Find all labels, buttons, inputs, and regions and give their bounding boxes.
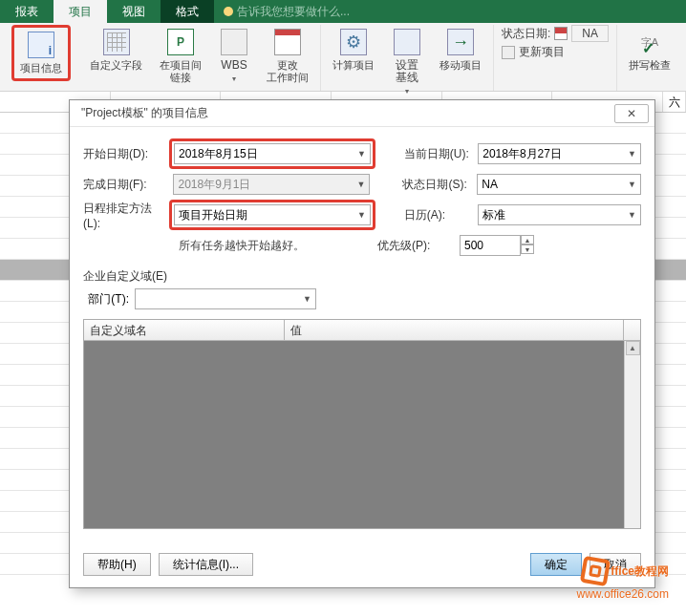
- calendar-small-icon: [554, 27, 568, 40]
- tell-me-placeholder: 告诉我您想要做什么...: [237, 4, 350, 20]
- spinner-up-icon: ▲: [521, 235, 534, 244]
- check-icon: [640, 40, 655, 55]
- column-header-sat[interactable]: 六: [663, 92, 686, 112]
- grid-header-name[interactable]: 自定义域名: [84, 320, 285, 340]
- grid-icon: [103, 29, 130, 55]
- move-icon: [447, 29, 474, 55]
- help-button[interactable]: 帮助(H): [83, 553, 151, 576]
- update-project-button[interactable]: 更新项目: [502, 44, 609, 60]
- baseline-icon: [394, 29, 420, 55]
- chevron-down-icon: ▼: [303, 294, 311, 304]
- finish-date-field: 2018年9月1日 ▼: [173, 174, 370, 195]
- chevron-down-icon: ▼: [357, 149, 366, 159]
- priority-spinner[interactable]: ▲▼: [521, 235, 534, 256]
- spinner-down-icon: ▼: [521, 244, 534, 254]
- chevron-down-icon: ▼: [628, 180, 636, 189]
- move-project-button[interactable]: 移动项目: [436, 25, 485, 99]
- ribbon-tabs: 报表 项目 视图 格式 告诉我您想要做什么...: [0, 0, 686, 23]
- tab-view[interactable]: 视图: [107, 0, 161, 23]
- schedule-hint: 所有任务越快开始越好。: [179, 238, 305, 254]
- department-label: 部门(T):: [83, 291, 129, 308]
- chevron-down-icon: ▼: [628, 210, 636, 220]
- tab-report[interactable]: 报表: [0, 0, 54, 23]
- tab-format[interactable]: 格式: [161, 0, 214, 23]
- custom-fields-button[interactable]: 自定义字段: [86, 25, 146, 87]
- schedule-from-label: 日程排定方法(L):: [83, 201, 163, 230]
- start-date-label: 开始日期(D):: [83, 146, 163, 162]
- enterprise-fields-label: 企业自定义域(E): [83, 268, 641, 285]
- project-information-dialog: "Project模板" 的项目信息 ✕ 开始日期(D): 2018年8月15日 …: [69, 99, 655, 588]
- ok-button[interactable]: 确定: [530, 553, 582, 576]
- chevron-down-icon: ▾: [232, 74, 236, 83]
- scroll-up-icon: ▲: [626, 341, 640, 355]
- grid-body[interactable]: [84, 341, 624, 528]
- close-icon: ✕: [627, 107, 636, 120]
- schedule-from-field[interactable]: 项目开始日期 ▼: [174, 204, 371, 225]
- wbs-button[interactable]: WBS▾: [215, 25, 253, 87]
- statistics-button[interactable]: 统计信息(I)...: [159, 553, 253, 576]
- department-field[interactable]: ▼: [135, 288, 316, 309]
- tab-project[interactable]: 项目: [54, 0, 107, 23]
- calendar-icon: [274, 29, 301, 55]
- current-date-label: 当前日期(U):: [404, 146, 472, 162]
- gear-icon: [340, 29, 367, 55]
- wbs-icon: [221, 29, 247, 55]
- custom-fields-grid: 自定义域名 值 ▲: [83, 319, 641, 529]
- cancel-button[interactable]: 取消: [590, 553, 641, 576]
- priority-label: 优先级(P):: [377, 238, 454, 254]
- lightbulb-icon: [224, 7, 233, 16]
- project-info-button[interactable]: 项目信息: [11, 25, 71, 81]
- current-date-field[interactable]: 2018年8月27日 ▼: [478, 143, 641, 164]
- finish-date-label: 完成日期(F):: [83, 177, 163, 193]
- set-baseline-button[interactable]: 设置 基线▾: [388, 25, 426, 99]
- chevron-down-icon: ▼: [357, 180, 366, 189]
- dialog-close-button[interactable]: ✕: [614, 104, 649, 123]
- chevron-down-icon: ▼: [628, 149, 636, 159]
- spell-check-button[interactable]: 拼写检查: [625, 25, 675, 74]
- priority-field[interactable]: 500: [460, 235, 521, 256]
- calendar-field[interactable]: 标准 ▼: [478, 204, 641, 225]
- ribbon: 项目信息 自定义字段 在项目间 链接 WBS▾ 更改 工作时间: [0, 23, 686, 92]
- status-date-label: 状态日期(S):: [402, 177, 471, 193]
- project-link-icon: [167, 29, 194, 55]
- status-date-label: 状态日期:: [502, 26, 550, 42]
- chevron-down-icon: ▼: [357, 210, 366, 220]
- status-date-value[interactable]: NA: [571, 25, 609, 42]
- update-icon: [502, 46, 515, 59]
- tell-me-search[interactable]: 告诉我您想要做什么...: [214, 0, 359, 23]
- change-working-time-button[interactable]: 更改 工作时间: [263, 25, 312, 87]
- project-info-icon: [28, 32, 54, 58]
- calendar-label: 日历(A):: [404, 207, 472, 223]
- start-date-field[interactable]: 2018年8月15日 ▼: [174, 143, 371, 164]
- dialog-title: "Project模板" 的项目信息: [75, 105, 208, 121]
- calculate-project-button[interactable]: 计算项目: [329, 25, 378, 99]
- grid-header-value[interactable]: 值: [285, 320, 624, 340]
- status-date-field[interactable]: NA ▼: [477, 174, 641, 195]
- between-project-links-button[interactable]: 在项目间 链接: [156, 25, 205, 87]
- vertical-scrollbar[interactable]: ▲: [624, 341, 640, 528]
